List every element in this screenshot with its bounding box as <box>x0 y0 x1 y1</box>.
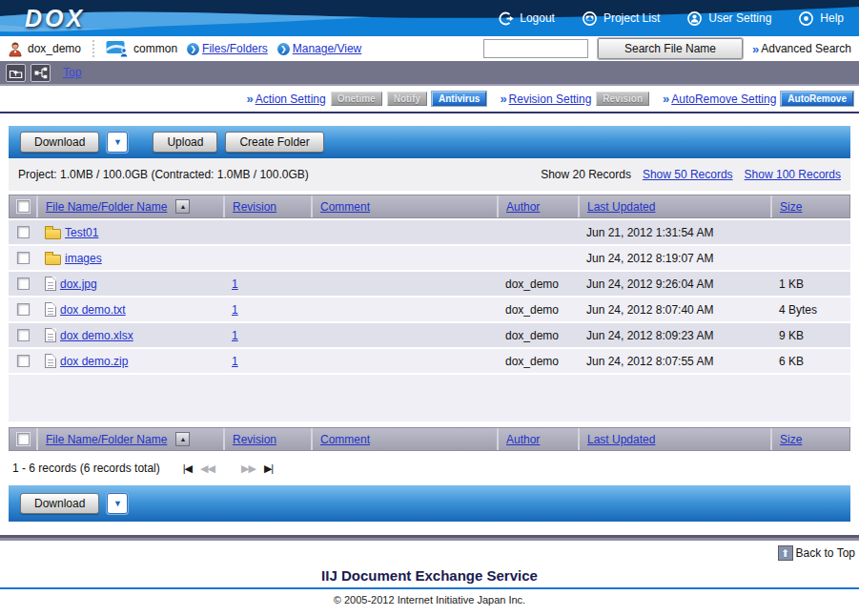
size-cell: 6 KB <box>771 355 850 368</box>
file-name-link[interactable]: dox.jpg <box>60 277 97 291</box>
file-name-link[interactable]: dox demo.xlsx <box>60 329 133 342</box>
sort-by-updated-link[interactable]: Last Updated <box>587 433 655 446</box>
folder-up-icon <box>9 67 23 79</box>
revision-setting-link[interactable]: » Revision Setting <box>500 92 591 106</box>
current-user-icon <box>8 41 23 57</box>
notify-badge: Notify <box>387 92 427 106</box>
sort-ascending-icon[interactable]: ▲ <box>175 199 190 214</box>
action-setting-link[interactable]: » Action Setting <box>246 92 325 106</box>
top-brand-bar: DOX Logout Project List <box>0 0 859 36</box>
table-row: Test01 Jun 21, 2012 1:31:54 AM <box>9 220 850 244</box>
files-folders-link[interactable]: ❯ Files/Folders <box>187 42 268 55</box>
logout-label: Logout <box>520 11 555 25</box>
back-to-top-row: ⬆ Back to Top <box>0 541 859 565</box>
file-icon <box>45 302 56 317</box>
sort-by-size-link[interactable]: Size <box>780 433 802 446</box>
pagination-controls: |◀ ◀◀ ▶▶ ▶| <box>183 462 274 475</box>
sort-by-revision-link[interactable]: Revision <box>233 433 276 446</box>
sort-by-updated-link[interactable]: Last Updated <box>587 200 655 214</box>
download-dropdown-button[interactable]: ▼ <box>107 493 128 514</box>
manage-view-link[interactable]: ❯ Manage/View <box>277 42 362 55</box>
select-all-checkbox[interactable] <box>17 433 30 445</box>
status-row: Project: 1.0MB / 100.0GB (Contracted: 1.… <box>9 158 850 191</box>
row-checkbox[interactable] <box>17 303 30 316</box>
sort-by-revision-link[interactable]: Revision <box>233 200 276 214</box>
arrow-bullet-icon: » <box>246 92 253 106</box>
table-row: images Jun 24, 2012 8:19:07 AM <box>9 246 850 270</box>
action-setting-label: Action Setting <box>256 92 326 106</box>
author-cell: dox_demo <box>498 277 579 291</box>
help-button[interactable]: Help <box>798 10 844 27</box>
next-page-button[interactable]: ▶▶ <box>241 462 256 475</box>
autoremove-setting-link[interactable]: » AutoRemove Setting <box>663 92 776 106</box>
revision-setting-group: » Revision Setting Revision <box>500 92 649 106</box>
pagination-summary: 1 - 6 records (6 records total) <box>12 462 160 475</box>
autoremove-setting-label: AutoRemove Setting <box>671 92 776 106</box>
workspace-icon <box>106 40 129 57</box>
show-50-records-link[interactable]: Show 50 Records <box>643 168 733 181</box>
arrow-bullet-icon: » <box>500 92 506 106</box>
folder-up-button[interactable] <box>6 64 26 82</box>
workspace-label: common <box>133 42 177 55</box>
project-list-button[interactable]: Project List <box>582 10 660 27</box>
breadcrumb-top-link[interactable]: Top <box>63 66 81 79</box>
sort-by-comment-link[interactable]: Comment <box>320 433 370 446</box>
file-name-link[interactable]: Test01 <box>65 226 98 239</box>
show-20-records-label: Show 20 Records <box>541 168 631 181</box>
file-icon <box>45 328 56 342</box>
logout-button[interactable]: Logout <box>498 10 555 27</box>
search-input[interactable] <box>483 39 588 58</box>
antivirus-badge: Antivirus <box>432 92 486 106</box>
file-name-link[interactable]: images <box>65 252 102 265</box>
help-icon <box>798 10 814 27</box>
revision-link[interactable]: 1 <box>232 329 238 342</box>
sort-ascending-icon[interactable]: ▲ <box>175 432 190 446</box>
row-checkbox[interactable] <box>17 226 30 238</box>
download-dropdown-button[interactable]: ▼ <box>107 132 128 153</box>
sort-by-author-link[interactable]: Author <box>506 433 540 446</box>
revision-link[interactable]: 1 <box>232 303 238 317</box>
top-toolbar: Download ▼ Upload Create Folder <box>9 126 850 158</box>
show-100-records-link[interactable]: Show 100 Records <box>745 168 841 181</box>
autoremove-setting-group: » AutoRemove Setting AutoRemove <box>663 92 853 106</box>
sort-by-author-link[interactable]: Author <box>506 200 540 214</box>
sort-by-comment-link[interactable]: Comment <box>320 200 370 214</box>
copyright-text: © 2005-2012 Internet Initiative Japan In… <box>0 589 859 606</box>
table-row: dox demo.zip 1 dox_demo Jun 24, 2012 8:0… <box>9 349 850 373</box>
author-cell: dox_demo <box>498 355 579 368</box>
tree-view-icon <box>33 67 48 79</box>
advanced-search-link[interactable]: » Advanced Search <box>752 42 851 56</box>
file-name-link[interactable]: dox demo.zip <box>60 355 128 368</box>
row-checkbox[interactable] <box>17 277 30 290</box>
back-to-top-arrow-icon: ⬆ <box>778 545 793 561</box>
sort-by-name-link[interactable]: File Name/Folder Name <box>46 200 167 214</box>
create-folder-button[interactable]: Create Folder <box>225 132 323 153</box>
row-checkbox[interactable] <box>17 355 30 367</box>
back-to-top-link[interactable]: Back to Top <box>796 546 855 560</box>
row-checkbox[interactable] <box>17 252 30 264</box>
search-file-name-button[interactable]: Search File Name <box>598 38 743 59</box>
sort-by-size-link[interactable]: Size <box>780 200 802 214</box>
revision-link[interactable]: 1 <box>232 355 238 368</box>
previous-page-button[interactable]: ◀◀ <box>200 462 215 475</box>
revision-link[interactable]: 1 <box>232 277 238 291</box>
first-page-button[interactable]: |◀ <box>183 462 192 475</box>
upload-button[interactable]: Upload <box>153 132 217 153</box>
last-updated-cell: Jun 21, 2012 1:31:54 AM <box>579 226 771 239</box>
author-cell: dox_demo <box>498 303 579 317</box>
select-all-checkbox[interactable] <box>17 200 30 213</box>
download-button[interactable]: Download <box>20 132 99 153</box>
vertical-divider <box>92 40 94 57</box>
tree-view-button[interactable] <box>31 64 51 82</box>
last-page-button[interactable]: ▶| <box>264 462 273 475</box>
sort-by-name-link[interactable]: File Name/Folder Name <box>46 433 167 446</box>
user-setting-button[interactable]: User Setting <box>686 10 771 27</box>
download-button[interactable]: Download <box>20 493 99 514</box>
table-row: dox demo.txt 1 dox_demo Jun 24, 2012 8:0… <box>9 298 850 321</box>
advanced-search-label: Advanced Search <box>761 42 851 55</box>
service-title: IIJ Document Exchange Service <box>0 565 859 587</box>
row-checkbox[interactable] <box>17 329 30 341</box>
file-name-link[interactable]: dox demo.txt <box>60 303 126 317</box>
bottom-toolbar: Download ▼ <box>9 485 850 522</box>
record-count-switcher: Show 20 Records Show 50 Records Show 100… <box>541 168 841 181</box>
